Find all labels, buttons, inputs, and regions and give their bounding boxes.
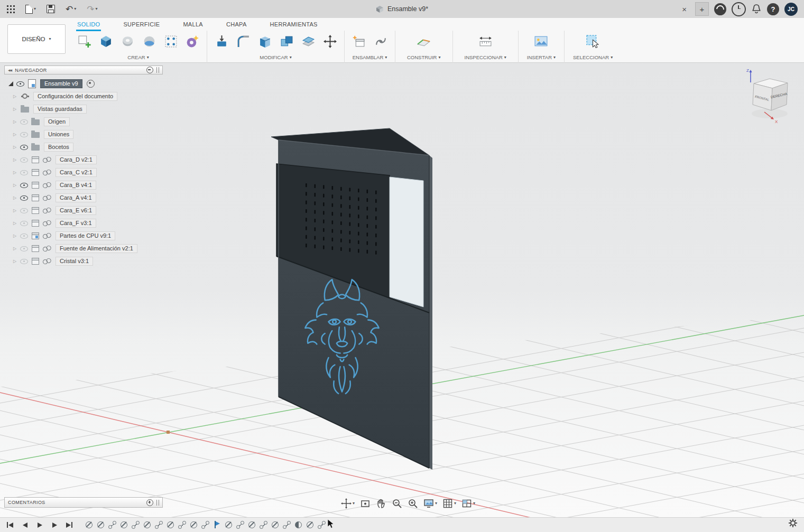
visibility-eye-icon[interactable] bbox=[19, 257, 30, 265]
app-grid-menu-button[interactable] bbox=[5, 2, 16, 16]
new-component-button[interactable] bbox=[349, 31, 368, 51]
zoom-button[interactable] bbox=[390, 497, 404, 510]
save-button[interactable] bbox=[45, 2, 57, 16]
offset-face-button[interactable] bbox=[299, 31, 318, 51]
expand-arrow-icon[interactable]: ▷ bbox=[11, 259, 19, 264]
expand-arrow-icon[interactable]: ▷ bbox=[11, 94, 19, 99]
expand-arrow-icon[interactable]: ▷ bbox=[11, 145, 19, 150]
tree-item-cara-c[interactable]: ▷ Cara_C v2:1 bbox=[4, 166, 173, 179]
expand-arrow-icon[interactable]: ▷ bbox=[11, 132, 19, 137]
joint-button[interactable] bbox=[371, 31, 390, 51]
visibility-eye-icon[interactable] bbox=[19, 244, 30, 253]
close-tab-button[interactable]: × bbox=[682, 5, 687, 14]
notifications-bell-icon[interactable] bbox=[751, 3, 762, 15]
insert-image-button[interactable] bbox=[532, 31, 551, 51]
expand-arrow-icon[interactable]: ▷ bbox=[11, 195, 19, 200]
display-settings-button[interactable]: ▾ bbox=[422, 497, 439, 510]
panel-grip-icon[interactable] bbox=[156, 500, 159, 506]
fit-button[interactable] bbox=[406, 497, 420, 510]
group-label-inspeccionar[interactable]: INSPECCIONAR▾ bbox=[465, 54, 506, 60]
section-feature-icon[interactable] bbox=[294, 520, 303, 529]
visibility-eye-icon[interactable] bbox=[15, 79, 26, 88]
ground-feature-icon[interactable] bbox=[247, 520, 256, 529]
extrude-button[interactable] bbox=[96, 31, 115, 51]
new-tab-button[interactable]: + bbox=[695, 2, 709, 16]
measure-button[interactable] bbox=[476, 31, 495, 51]
timeline-marker-cursor-icon[interactable] bbox=[327, 519, 335, 531]
extensions-icon[interactable] bbox=[714, 3, 726, 15]
expand-comments-icon[interactable] bbox=[146, 499, 153, 506]
play-button[interactable] bbox=[34, 520, 45, 530]
visibility-eye-icon[interactable] bbox=[19, 117, 30, 126]
design-workspace-dropdown[interactable]: DISEÑO ▾ bbox=[7, 24, 66, 54]
comments-panel-header[interactable]: COMENTARIOS bbox=[4, 497, 163, 508]
tree-item-joints[interactable]: ▷ Uniones bbox=[4, 128, 173, 141]
minimize-panel-icon[interactable] bbox=[146, 67, 153, 73]
visibility-eye-icon[interactable] bbox=[19, 193, 30, 202]
expand-arrow-icon[interactable]: ▷ bbox=[11, 246, 19, 251]
tree-item-fuente[interactable]: ▷ Fuente de Alimentación v2:1 bbox=[4, 242, 173, 255]
ground-feature-icon[interactable] bbox=[189, 520, 198, 529]
group-label-insertar[interactable]: INSERTAR▾ bbox=[527, 54, 556, 60]
visibility-eye-icon[interactable] bbox=[19, 206, 30, 214]
tree-item-document-settings[interactable]: ▷ Configuración del documento bbox=[4, 90, 173, 102]
visibility-eye-icon[interactable] bbox=[19, 168, 30, 176]
joint-feature-icon[interactable] bbox=[131, 520, 140, 529]
visibility-eye-icon[interactable] bbox=[19, 130, 30, 138]
look-at-button[interactable] bbox=[358, 497, 372, 510]
pattern-button[interactable] bbox=[161, 31, 180, 51]
joint-feature-icon[interactable] bbox=[236, 520, 245, 529]
expand-arrow-icon[interactable]: ▷ bbox=[11, 234, 19, 238]
construction-plane-button[interactable] bbox=[414, 31, 433, 51]
visibility-eye-icon[interactable] bbox=[19, 143, 30, 151]
expand-arrow-icon[interactable]: ▷ bbox=[11, 157, 19, 162]
expand-arrow-icon[interactable]: ▷ bbox=[11, 119, 19, 124]
visibility-eye-icon[interactable] bbox=[19, 155, 30, 164]
joint-feature-icon[interactable] bbox=[201, 520, 210, 529]
timeline-settings-gear-icon[interactable] bbox=[788, 518, 798, 530]
tree-item-sketches[interactable]: ▷ Bocetos bbox=[4, 141, 173, 153]
select-button[interactable] bbox=[584, 31, 603, 51]
expand-arrow-icon[interactable]: ▷ bbox=[11, 183, 19, 188]
joint-feature-icon[interactable] bbox=[282, 520, 291, 529]
coil-button[interactable] bbox=[183, 31, 202, 51]
joint-feature-icon[interactable] bbox=[178, 520, 187, 529]
tree-item-origin[interactable]: ▷ Origen bbox=[4, 115, 173, 128]
expanded-indicator-icon[interactable] bbox=[8, 81, 13, 86]
help-icon[interactable]: ? bbox=[767, 3, 779, 15]
joint-feature-icon[interactable] bbox=[317, 520, 326, 529]
press-pull-button[interactable] bbox=[212, 31, 231, 51]
viewports-button[interactable]: ▾ bbox=[460, 497, 477, 510]
tree-item-cara-a[interactable]: ▷ Cara_A v4:1 bbox=[4, 191, 173, 204]
go-to-start-button[interactable] bbox=[4, 520, 16, 530]
grid-settings-button[interactable]: ▾ bbox=[441, 497, 458, 510]
file-menu-button[interactable]: ▾ bbox=[24, 2, 38, 16]
flag-feature-icon[interactable] bbox=[212, 520, 221, 529]
panel-grip-icon[interactable] bbox=[156, 67, 159, 73]
ground-feature-icon[interactable] bbox=[166, 520, 175, 529]
expand-arrow-icon[interactable]: ▷ bbox=[11, 170, 19, 175]
orbit-button[interactable]: ▾ bbox=[339, 497, 356, 510]
ground-feature-icon[interactable] bbox=[224, 520, 233, 529]
collapse-panel-icon[interactable]: ◀◀ bbox=[8, 68, 12, 72]
shell-button[interactable] bbox=[255, 31, 274, 51]
create-sketch-button[interactable] bbox=[75, 31, 94, 51]
ground-feature-icon[interactable] bbox=[271, 520, 280, 529]
ground-feature-icon[interactable] bbox=[306, 520, 315, 529]
ground-feature-icon[interactable] bbox=[119, 520, 128, 529]
tree-item-cristal[interactable]: ▷ Cristal v3:1 bbox=[4, 255, 173, 267]
tree-item-cara-b[interactable]: ▷ Cara_B v4:1 bbox=[4, 179, 173, 191]
ground-feature-icon[interactable] bbox=[96, 520, 105, 529]
group-label-ensamblar[interactable]: ENSAMBLAR▾ bbox=[353, 54, 387, 60]
job-status-icon[interactable] bbox=[732, 2, 746, 16]
group-label-modificar[interactable]: MODIFICAR▾ bbox=[260, 54, 291, 60]
combine-button[interactable] bbox=[277, 31, 296, 51]
step-forward-button[interactable] bbox=[49, 520, 60, 530]
user-avatar[interactable]: JC bbox=[784, 3, 798, 16]
tree-item-cara-d[interactable]: ▷ Cara_D v2:1 bbox=[4, 153, 173, 166]
group-label-seleccionar[interactable]: SELECCIONAR▾ bbox=[573, 54, 613, 60]
joint-feature-icon[interactable] bbox=[154, 520, 163, 529]
fillet-button[interactable] bbox=[234, 31, 253, 51]
pan-button[interactable] bbox=[374, 497, 388, 510]
tree-item-cara-f[interactable]: ▷ Cara_F v3:1 bbox=[4, 217, 173, 229]
